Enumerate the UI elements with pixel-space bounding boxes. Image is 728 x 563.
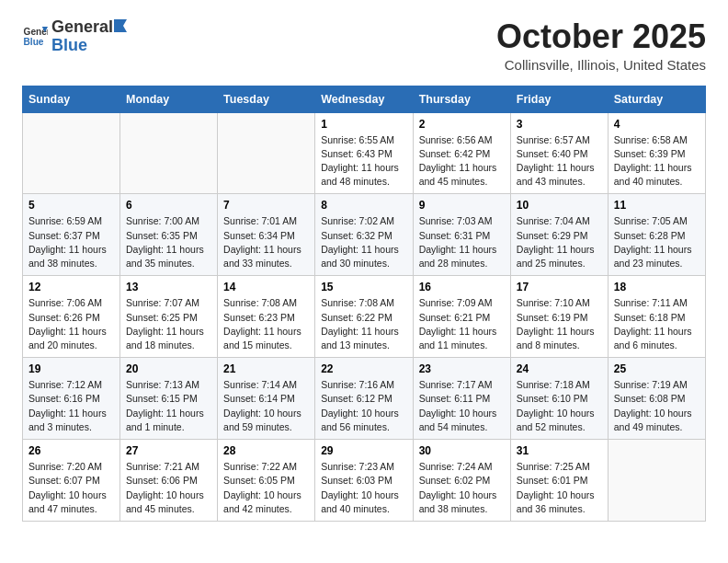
calendar-cell: 16Sunrise: 7:09 AM Sunset: 6:21 PM Dayli… (413, 276, 510, 358)
calendar-cell: 28Sunrise: 7:22 AM Sunset: 6:05 PM Dayli… (218, 440, 315, 522)
calendar-cell: 6Sunrise: 7:00 AM Sunset: 6:35 PM Daylig… (120, 194, 218, 276)
day-info: Sunrise: 7:20 AM Sunset: 6:07 PM Dayligh… (28, 460, 114, 516)
day-info: Sunrise: 7:12 AM Sunset: 6:16 PM Dayligh… (28, 378, 114, 434)
day-info: Sunrise: 7:07 AM Sunset: 6:25 PM Dayligh… (126, 296, 211, 352)
calendar-cell: 23Sunrise: 7:17 AM Sunset: 6:11 PM Dayli… (413, 358, 510, 440)
day-number: 14 (223, 281, 309, 293)
calendar-table: SundayMondayTuesdayWednesdayThursdayFrid… (22, 86, 706, 522)
day-info: Sunrise: 6:55 AM Sunset: 6:43 PM Dayligh… (321, 133, 406, 190)
calendar-cell: 25Sunrise: 7:19 AM Sunset: 6:08 PM Dayli… (608, 358, 705, 440)
calendar-cell: 5Sunrise: 6:59 AM Sunset: 6:37 PM Daylig… (23, 194, 120, 276)
calendar-cell (120, 112, 218, 194)
day-info: Sunrise: 7:18 AM Sunset: 6:10 PM Dayligh… (517, 378, 602, 434)
day-number: 11 (614, 199, 700, 212)
day-number: 9 (419, 199, 505, 212)
day-info: Sunrise: 6:56 AM Sunset: 6:42 PM Dayligh… (419, 133, 505, 190)
calendar-cell: 15Sunrise: 7:08 AM Sunset: 6:22 PM Dayli… (315, 276, 413, 358)
calendar-cell: 12Sunrise: 7:06 AM Sunset: 6:26 PM Dayli… (23, 276, 120, 358)
logo-flag-icon (114, 19, 129, 32)
day-info: Sunrise: 7:01 AM Sunset: 6:34 PM Dayligh… (223, 214, 309, 270)
day-number: 12 (28, 281, 114, 293)
day-number: 20 (126, 362, 211, 375)
day-info: Sunrise: 7:09 AM Sunset: 6:21 PM Dayligh… (419, 296, 505, 352)
calendar-cell: 20Sunrise: 7:13 AM Sunset: 6:15 PM Dayli… (120, 358, 218, 440)
day-number: 10 (517, 199, 602, 212)
calendar-cell: 4Sunrise: 6:58 AM Sunset: 6:39 PM Daylig… (608, 112, 705, 194)
page-header: General Blue General Blue October 2025 C… (22, 18, 706, 73)
day-number: 23 (419, 362, 505, 375)
calendar-cell: 31Sunrise: 7:25 AM Sunset: 6:01 PM Dayli… (510, 440, 608, 522)
calendar-cell: 22Sunrise: 7:16 AM Sunset: 6:12 PM Dayli… (315, 358, 413, 440)
logo-general-text: General (51, 18, 113, 37)
calendar-cell: 30Sunrise: 7:24 AM Sunset: 6:02 PM Dayli… (413, 440, 510, 522)
day-info: Sunrise: 6:58 AM Sunset: 6:39 PM Dayligh… (614, 133, 700, 190)
day-number: 29 (321, 444, 406, 457)
day-number: 18 (614, 281, 700, 293)
day-info: Sunrise: 7:21 AM Sunset: 6:06 PM Dayligh… (126, 460, 211, 516)
day-number: 22 (321, 362, 406, 375)
day-info: Sunrise: 7:04 AM Sunset: 6:29 PM Dayligh… (517, 214, 602, 270)
calendar-cell: 11Sunrise: 7:05 AM Sunset: 6:28 PM Dayli… (608, 194, 705, 276)
day-info: Sunrise: 7:10 AM Sunset: 6:19 PM Dayligh… (517, 296, 602, 352)
day-number: 30 (419, 444, 505, 457)
day-info: Sunrise: 7:13 AM Sunset: 6:15 PM Dayligh… (126, 378, 211, 434)
header-friday: Friday (510, 86, 608, 112)
day-info: Sunrise: 7:08 AM Sunset: 6:22 PM Dayligh… (321, 296, 406, 352)
header-tuesday: Tuesday (218, 86, 315, 112)
day-number: 28 (223, 444, 309, 457)
calendar-cell: 10Sunrise: 7:04 AM Sunset: 6:29 PM Dayli… (510, 194, 608, 276)
logo: General Blue General Blue (22, 18, 130, 55)
calendar-header-row: SundayMondayTuesdayWednesdayThursdayFrid… (23, 86, 706, 112)
day-info: Sunrise: 7:25 AM Sunset: 6:01 PM Dayligh… (517, 460, 602, 516)
day-number: 27 (126, 444, 211, 457)
calendar-cell: 17Sunrise: 7:10 AM Sunset: 6:19 PM Dayli… (510, 276, 608, 358)
day-info: Sunrise: 7:17 AM Sunset: 6:11 PM Dayligh… (419, 378, 505, 434)
calendar-cell: 26Sunrise: 7:20 AM Sunset: 6:07 PM Dayli… (23, 440, 120, 522)
day-info: Sunrise: 7:00 AM Sunset: 6:35 PM Dayligh… (126, 214, 211, 270)
day-number: 19 (28, 362, 114, 375)
header-sunday: Sunday (23, 86, 120, 112)
day-number: 13 (126, 281, 211, 293)
calendar-week-row: 12Sunrise: 7:06 AM Sunset: 6:26 PM Dayli… (23, 276, 706, 358)
month-title: October 2025 (496, 18, 706, 55)
calendar-cell (608, 440, 705, 522)
day-number: 24 (517, 362, 602, 375)
day-number: 21 (223, 362, 309, 375)
calendar-week-row: 26Sunrise: 7:20 AM Sunset: 6:07 PM Dayli… (23, 440, 706, 522)
day-info: Sunrise: 7:06 AM Sunset: 6:26 PM Dayligh… (28, 296, 114, 352)
logo-icon: General Blue (22, 24, 48, 50)
day-info: Sunrise: 7:03 AM Sunset: 6:31 PM Dayligh… (419, 214, 505, 270)
calendar-cell: 8Sunrise: 7:02 AM Sunset: 6:32 PM Daylig… (315, 194, 413, 276)
day-number: 7 (223, 199, 309, 212)
calendar-week-row: 1Sunrise: 6:55 AM Sunset: 6:43 PM Daylig… (23, 112, 706, 194)
day-info: Sunrise: 7:02 AM Sunset: 6:32 PM Dayligh… (321, 214, 406, 270)
day-info: Sunrise: 7:05 AM Sunset: 6:28 PM Dayligh… (614, 214, 700, 270)
calendar-cell: 21Sunrise: 7:14 AM Sunset: 6:14 PM Dayli… (218, 358, 315, 440)
calendar-week-row: 5Sunrise: 6:59 AM Sunset: 6:37 PM Daylig… (23, 194, 706, 276)
header-saturday: Saturday (608, 86, 705, 112)
calendar-cell: 27Sunrise: 7:21 AM Sunset: 6:06 PM Dayli… (120, 440, 218, 522)
day-number: 6 (126, 199, 211, 212)
header-thursday: Thursday (413, 86, 510, 112)
calendar-cell: 18Sunrise: 7:11 AM Sunset: 6:18 PM Dayli… (608, 276, 705, 358)
day-number: 15 (321, 281, 406, 293)
day-info: Sunrise: 7:23 AM Sunset: 6:03 PM Dayligh… (321, 460, 406, 516)
calendar-cell: 2Sunrise: 6:56 AM Sunset: 6:42 PM Daylig… (413, 112, 510, 194)
day-number: 17 (517, 281, 602, 293)
day-info: Sunrise: 7:22 AM Sunset: 6:05 PM Dayligh… (223, 460, 309, 516)
day-info: Sunrise: 6:59 AM Sunset: 6:37 PM Dayligh… (28, 214, 114, 270)
day-info: Sunrise: 7:11 AM Sunset: 6:18 PM Dayligh… (614, 296, 700, 352)
day-info: Sunrise: 6:57 AM Sunset: 6:40 PM Dayligh… (517, 133, 602, 190)
day-info: Sunrise: 7:19 AM Sunset: 6:08 PM Dayligh… (614, 378, 700, 434)
svg-text:Blue: Blue (24, 37, 44, 47)
calendar-cell: 3Sunrise: 6:57 AM Sunset: 6:40 PM Daylig… (510, 112, 608, 194)
day-number: 26 (28, 444, 114, 457)
day-number: 31 (517, 444, 602, 457)
location-subtitle: Collinsville, Illinois, United States (496, 57, 706, 73)
day-number: 16 (419, 281, 505, 293)
calendar-cell (218, 112, 315, 194)
calendar-cell (23, 112, 120, 194)
calendar-week-row: 19Sunrise: 7:12 AM Sunset: 6:16 PM Dayli… (23, 358, 706, 440)
day-number: 5 (28, 199, 114, 212)
day-number: 4 (614, 118, 700, 131)
